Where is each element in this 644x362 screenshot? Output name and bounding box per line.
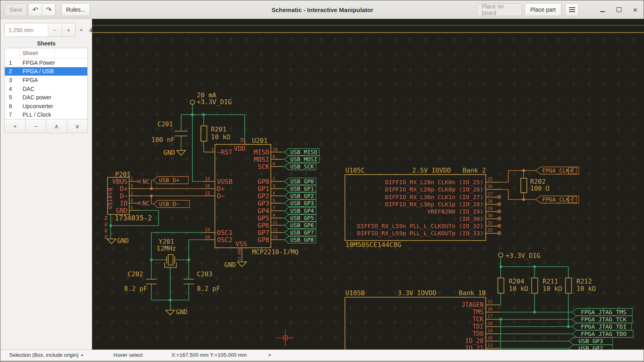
app-window: Save ↶ ↷ Rules... Schematic - Interactiv… [0, 0, 644, 362]
move-sheet-up-button[interactable]: ∧ [46, 119, 67, 133]
close-button[interactable]: × [630, 4, 641, 15]
sheet-row-pll-clock[interactable]: 7PLL / Clock [5, 111, 87, 119]
svg-text:USB_MISO: USB_MISO [290, 149, 317, 156]
schematic-canvas[interactable]: USB_MISO USB_MOSI USB_SCK USB_GP0 USB_GP… [92, 19, 644, 350]
svg-text:USB_GP6: USB_GP6 [290, 222, 314, 229]
sheet-name: DAC power [20, 94, 54, 101]
minimize-icon [600, 11, 605, 12]
sheet-num: 6 [5, 103, 20, 109]
u105b-bank: Bank 1B [459, 289, 486, 297]
svg-text:USB_SCK: USB_SCK [290, 163, 314, 170]
sheet-name: DAC [20, 86, 54, 92]
place-part-label: Place part [530, 6, 555, 13]
rules-button[interactable]: Rules... [61, 3, 90, 16]
sheet-row-dac-power[interactable]: 5DAC power [5, 93, 87, 102]
statusbar-expander[interactable]: > [268, 352, 271, 358]
maximize-button[interactable] [613, 4, 625, 15]
svg-text:GP7: GP7 [258, 229, 269, 237]
schematic-svg[interactable]: USB_MISO USB_MOSI USB_SCK USB_GP0 USB_GP… [92, 19, 644, 350]
tool-mode-button[interactable]: Selection (Box, include origin)▲ [9, 352, 84, 358]
svg-text:USB_GP4: USB_GP4 [290, 208, 314, 214]
redo-button[interactable]: ↷ [42, 3, 56, 16]
sheet-row-upconverter[interactable]: 6Upconverter [5, 102, 87, 111]
r204-ref: R204 [509, 278, 524, 285]
move-sheet-down-button[interactable]: ∨ [67, 119, 88, 133]
hover-select-button[interactable]: Hover select [114, 352, 142, 358]
place-part-button[interactable]: Place part [524, 3, 561, 16]
svg-text:USB_D−: USB_D− [159, 201, 180, 208]
svg-text:1: 1 [211, 147, 214, 152]
svg-text:DIFFIO_RX_L28p CLK0p (IO_26): DIFFIO_RX_L28p CLK0p (IO_26) [385, 186, 483, 193]
titlebar: Save ↶ ↷ Rules... Schematic - Interactiv… [0, 0, 644, 19]
svg-text:GP4: GP4 [258, 207, 269, 215]
save-button[interactable]: Save [4, 3, 27, 16]
sheet-num: 7 [5, 111, 20, 118]
gnd-label-p201: GND [117, 237, 129, 245]
r201-value: 10 kΩ [211, 133, 231, 141]
svg-text:19: 19 [205, 227, 210, 232]
svg-text:30: 30 [487, 213, 493, 218]
sheet-row-fpga-power[interactable]: 1FPGA Power [5, 58, 87, 67]
menu-button[interactable] [565, 3, 579, 16]
u201-part: MCP2210-I/MQ [252, 248, 299, 256]
place-on-board-button[interactable]: Place on board [477, 3, 522, 16]
svg-text:SCK: SCK [258, 163, 269, 171]
svg-text:FPGA_JTAG_TCK: FPGA_JTAG_TCK [581, 316, 627, 323]
r204-value: 10 kΩ [509, 285, 528, 292]
svg-text:19: 19 [487, 328, 493, 333]
svg-text:1: 1 [130, 176, 133, 181]
minimize-button[interactable] [597, 4, 608, 15]
svg-text:USB_GP2: USB_GP2 [290, 193, 314, 200]
save-label: Save [9, 6, 22, 13]
close-icon: × [633, 6, 637, 14]
svg-text:ID: ID [120, 200, 128, 207]
svg-text:20: 20 [205, 234, 210, 239]
svg-text:TDO: TDO [473, 330, 483, 337]
tool-mode-arrow-icon: ▲ [80, 353, 84, 357]
u105b-vdd: 3.3V IOVDD [398, 289, 436, 297]
u105b-ref: U105B [345, 289, 365, 297]
sheets-list: Sheet 1FPGA Power 2FPGA / USB 3FPGA 4DAC… [4, 48, 88, 119]
sheet-name: PLL / Clock [20, 111, 54, 118]
net-flag-labels-usb: USB_MISO USB_MOSI USB_SCK USB_GP0 USB_GP… [290, 149, 317, 243]
svg-text:VREFB2N0 (IO_29): VREFB2N0 (IO_29) [427, 208, 483, 215]
grid-spacing-input[interactable]: 1.250 mm [5, 23, 48, 37]
sidebar: 1.250 mm − + × 4 Sheets Sheet 1FPGA Powe… [0, 19, 92, 350]
svg-text:17 PAD: 17 PAD [237, 248, 242, 261]
sheet-row-fpga[interactable]: 3FPGA [5, 76, 87, 84]
svg-text:15: 15 [487, 299, 493, 304]
sheet-row-dac[interactable]: 4DAC [5, 84, 87, 93]
svg-text:FPGA_JTAG_TMS: FPGA_JTAG_TMS [581, 309, 627, 316]
svg-text:NC: NC [142, 200, 150, 207]
u105c-ref: U105C [345, 167, 365, 174]
svg-text:FPGA_CLK−: FPGA_CLK− [542, 196, 573, 203]
svg-text:18: 18 [239, 138, 244, 143]
r212-ref: R212 [576, 278, 592, 285]
svg-text:16: 16 [487, 306, 493, 311]
add-sheet-button[interactable]: + [5, 119, 26, 133]
svg-text:JTAGEN: JTAGEN [462, 301, 483, 309]
svg-text:FPGA_JTAG_TDI: FPGA_JTAG_TDI [581, 323, 627, 330]
window-bottom-edge [0, 360, 644, 362]
svg-text:25: 25 [487, 177, 493, 181]
svg-text:MOSI: MOSI [254, 156, 269, 163]
sheet-num: 5 [5, 94, 20, 101]
svg-text:2: 2 [272, 176, 275, 181]
svg-text:2: 2 [130, 191, 133, 195]
svg-text:D−: D− [120, 192, 128, 200]
sheet-name: FPGA / USB [20, 68, 54, 74]
u105c-bank: Bank 2 [462, 167, 486, 174]
svg-text:VDD: VDD [234, 145, 246, 152]
svg-text:GND: GND [116, 207, 128, 214]
sheet-row-fpga-usb[interactable]: 2FPGA / USB [5, 67, 87, 76]
sheet-num: 4 [5, 86, 20, 92]
svg-text:5: 5 [130, 205, 133, 210]
grid-plus-button[interactable]: + [62, 23, 75, 37]
svg-text:3: 3 [272, 183, 275, 188]
svg-text:20: 20 [487, 335, 493, 340]
svg-text:12: 12 [272, 227, 278, 232]
grid-minus-button[interactable]: − [48, 23, 62, 37]
undo-button[interactable]: ↶ [28, 3, 42, 16]
remove-sheet-button[interactable]: − [26, 119, 47, 133]
svg-text:7: 7 [571, 196, 574, 203]
